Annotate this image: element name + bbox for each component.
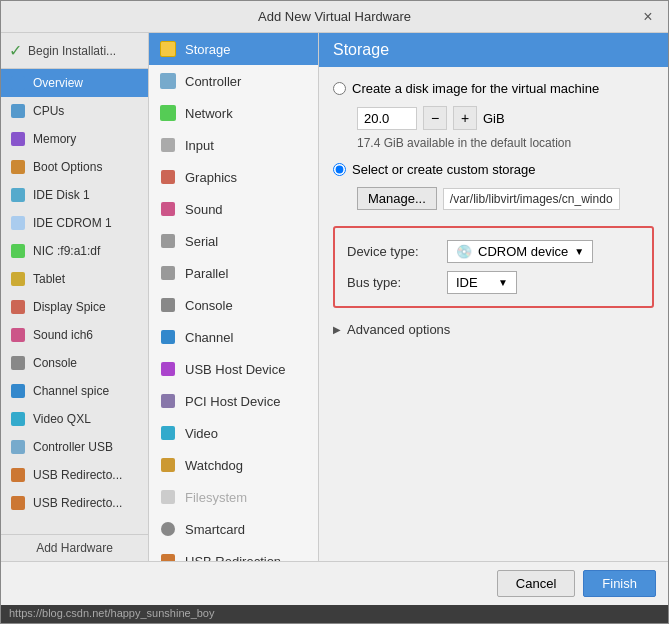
middle-item-filesystem[interactable]: Filesystem — [149, 481, 318, 513]
sidebar-item-usb-redir-2[interactable]: USB Redirecto... — [1, 489, 148, 517]
size-increase-button[interactable]: + — [453, 106, 477, 130]
middle-item-storage[interactable]: Storage — [149, 33, 318, 65]
graphics-mid-icon — [159, 168, 177, 186]
size-decrease-button[interactable]: − — [423, 106, 447, 130]
middle-label-parallel: Parallel — [185, 266, 228, 281]
middle-label-channel: Channel — [185, 330, 233, 345]
device-type-value: CDROM device — [478, 244, 568, 259]
custom-storage-radio[interactable]: Select or create custom storage — [333, 162, 536, 177]
middle-item-usb-host[interactable]: USB Host Device — [149, 353, 318, 385]
sidebar-item-ide-disk[interactable]: IDE Disk 1 — [1, 181, 148, 209]
middle-item-controller[interactable]: Controller — [149, 65, 318, 97]
advanced-options-label: Advanced options — [347, 322, 450, 337]
bus-type-value: IDE — [456, 275, 478, 290]
network-mid-icon — [159, 104, 177, 122]
sidebar-item-ide-cdrom[interactable]: IDE CDROM 1 — [1, 209, 148, 237]
custom-storage-radio-input[interactable] — [333, 163, 346, 176]
sidebar-label-sound: Sound ich6 — [33, 328, 93, 342]
advanced-options[interactable]: ▶ Advanced options — [333, 322, 654, 337]
middle-item-pci-host[interactable]: PCI Host Device — [149, 385, 318, 417]
disk-image-radio[interactable]: Create a disk image for the virtual mach… — [333, 81, 599, 96]
check-icon: ✓ — [9, 41, 22, 60]
sidebar-label-redir1: USB Redirecto... — [33, 468, 122, 482]
finish-button[interactable]: Finish — [583, 570, 656, 597]
cdrom-inline-icon: 💿 — [456, 244, 472, 259]
middle-item-graphics[interactable]: Graphics — [149, 161, 318, 193]
sidebar-label-console: Console — [33, 356, 77, 370]
disk-image-label: Create a disk image for the virtual mach… — [352, 81, 599, 96]
sidebar-item-console[interactable]: Console — [1, 349, 148, 377]
cpu-icon — [9, 102, 27, 120]
boot-icon — [9, 158, 27, 176]
sidebar-item-usb-redir-1[interactable]: USB Redirecto... — [1, 461, 148, 489]
sidebar-item-display[interactable]: Display Spice — [1, 293, 148, 321]
size-unit-label: GiB — [483, 111, 505, 126]
middle-item-channel[interactable]: Channel — [149, 321, 318, 353]
bus-type-select[interactable]: IDE ▼ — [447, 271, 517, 294]
left-sidebar: ✓ Begin Installati... Overview CPUs Memo… — [1, 33, 149, 561]
sidebar-item-tablet[interactable]: Tablet — [1, 265, 148, 293]
sidebar-item-cpus[interactable]: CPUs — [1, 97, 148, 125]
middle-label-smartcard: Smartcard — [185, 522, 245, 537]
sidebar-label-memory: Memory — [33, 132, 76, 146]
sidebar-label-tablet: Tablet — [33, 272, 65, 286]
video-mid-icon — [159, 424, 177, 442]
sidebar-label-video: Video QXL — [33, 412, 91, 426]
dialog-titlebar: Add New Virtual Hardware × — [1, 1, 668, 33]
middle-label-input: Input — [185, 138, 214, 153]
sidebar-label-cdrom: IDE CDROM 1 — [33, 216, 112, 230]
device-type-select[interactable]: 💿 CDROM device ▼ — [447, 240, 593, 263]
middle-item-network[interactable]: Network — [149, 97, 318, 129]
disk-size-input[interactable] — [357, 107, 417, 130]
filesystem-mid-icon — [159, 488, 177, 506]
middle-item-sound[interactable]: Sound — [149, 193, 318, 225]
display-icon — [9, 298, 27, 316]
channel-mid-icon — [159, 328, 177, 346]
middle-label-sound: Sound — [185, 202, 223, 217]
sidebar-label-boot: Boot Options — [33, 160, 102, 174]
cdrom-icon — [9, 214, 27, 232]
channel-icon — [9, 382, 27, 400]
sidebar-item-controller[interactable]: Controller USB — [1, 433, 148, 461]
ctrl-icon — [9, 438, 27, 456]
disk-size-row: − + GiB — [357, 106, 654, 130]
middle-label-filesystem: Filesystem — [185, 490, 247, 505]
close-button[interactable]: × — [638, 7, 658, 27]
sound-icon — [9, 326, 27, 344]
middle-label-console: Console — [185, 298, 233, 313]
middle-item-input[interactable]: Input — [149, 129, 318, 161]
device-type-dropdown-arrow: ▼ — [574, 246, 584, 257]
disk-image-radio-input[interactable] — [333, 82, 346, 95]
sidebar-label-overview: Overview — [33, 76, 83, 90]
middle-item-usb-redirect[interactable]: USB Redirection — [149, 545, 318, 561]
sidebar-item-boot-options[interactable]: Boot Options — [1, 153, 148, 181]
nic-icon — [9, 242, 27, 260]
cancel-button[interactable]: Cancel — [497, 570, 575, 597]
middle-label-pci: PCI Host Device — [185, 394, 280, 409]
middle-item-smartcard[interactable]: Smartcard — [149, 513, 318, 545]
controller-mid-icon — [159, 72, 177, 90]
middle-item-video[interactable]: Video — [149, 417, 318, 449]
sidebar-item-sound[interactable]: Sound ich6 — [1, 321, 148, 349]
sidebar-label-channel: Channel spice — [33, 384, 109, 398]
middle-item-watchdog[interactable]: Watchdog — [149, 449, 318, 481]
middle-item-serial[interactable]: Serial — [149, 225, 318, 257]
sidebar-item-video[interactable]: Video QXL — [1, 405, 148, 433]
dialog-body: ✓ Begin Installati... Overview CPUs Memo… — [1, 33, 668, 561]
storage-mid-icon — [159, 40, 177, 58]
right-header: Storage — [319, 33, 668, 67]
sidebar-item-memory[interactable]: Memory — [1, 125, 148, 153]
sidebar-item-overview[interactable]: Overview — [1, 69, 148, 97]
middle-item-console[interactable]: Console — [149, 289, 318, 321]
begin-installation: ✓ Begin Installati... — [1, 33, 148, 69]
add-hardware-button[interactable]: Add Hardware — [1, 534, 148, 561]
console-icon — [9, 354, 27, 372]
sidebar-item-channel[interactable]: Channel spice — [1, 377, 148, 405]
middle-label-usb-host: USB Host Device — [185, 362, 285, 377]
sidebar-label-ctrl: Controller USB — [33, 440, 113, 454]
tablet-icon — [9, 270, 27, 288]
manage-button[interactable]: Manage... — [357, 187, 437, 210]
sidebar-item-nic[interactable]: NIC :f9:a1:df — [1, 237, 148, 265]
middle-item-parallel[interactable]: Parallel — [149, 257, 318, 289]
middle-label-watchdog: Watchdog — [185, 458, 243, 473]
